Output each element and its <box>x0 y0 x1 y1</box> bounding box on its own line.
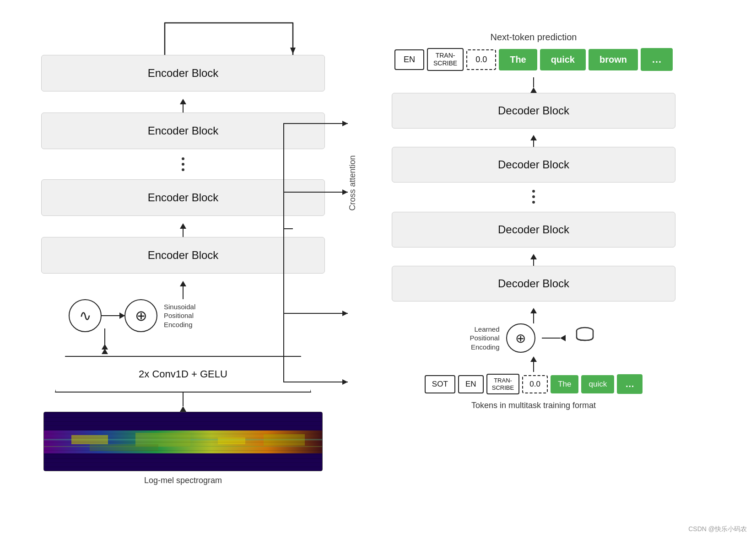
arrowhead <box>180 406 186 412</box>
watermark: CSDN @快乐小码农 <box>688 525 747 533</box>
encoder-side: Encoder Block Encoder Block Encoder Bloc… <box>27 18 339 485</box>
token-sot: SOT <box>425 375 455 393</box>
token-dots-top: … <box>641 48 673 71</box>
arrowhead <box>180 99 186 104</box>
v-line <box>183 104 184 113</box>
arrow-spec-to-conv <box>180 393 186 412</box>
pos-enc-row: ∿ ⊕ SinusoidalPositionalEncoding <box>41 299 325 332</box>
arrowhead <box>530 87 537 93</box>
spectrogram <box>43 412 323 471</box>
svg-rect-0 <box>44 412 323 471</box>
arrowhead <box>530 356 537 362</box>
token-row-top: EN TRAN-SCRIBE 0.0 The quick brown … <box>394 48 673 71</box>
decoder-side: Next-token prediction EN TRAN-SCRIBE 0.0… <box>339 18 729 410</box>
svg-rect-1 <box>44 430 323 453</box>
svg-rect-7 <box>264 434 305 446</box>
token-the-bot: The <box>551 375 578 393</box>
token-row-bottom: SOT EN TRAN-SCRIBE 0.0 The quick … <box>425 374 643 394</box>
arrowhead <box>180 223 186 229</box>
v-line <box>183 286 184 299</box>
database-icon <box>572 324 598 352</box>
encoder-block-3: Encoder Block <box>41 179 325 216</box>
conv-wrapper: 2x Conv1D + GELU <box>41 356 325 393</box>
v-line <box>533 259 534 266</box>
arrow-db-to-plus <box>542 335 566 341</box>
svg-rect-5 <box>135 433 190 447</box>
plus-circle-encoder: ⊕ <box>124 299 157 332</box>
tokens-bottom-label: Tokens in multitask training format <box>471 401 596 410</box>
token-dots-bot: … <box>617 374 643 394</box>
decoder-block-3: Decoder Block <box>392 212 675 247</box>
learned-enc-row: LearnedPositionalEncoding ⊕ <box>470 323 597 353</box>
next-token-label: Next-token prediction <box>491 32 577 43</box>
arrowhead <box>180 281 186 286</box>
encoder-block-4: Encoder Block <box>41 237 325 274</box>
arrowhead <box>530 308 537 313</box>
v-line <box>183 393 184 406</box>
token-transcribe-bot: TRAN-SCRIBE <box>486 374 519 394</box>
arrow-enc4-posenc <box>180 281 186 299</box>
v-line <box>533 77 534 87</box>
arrow-dec4-dec3 <box>530 254 537 266</box>
svg-rect-6 <box>218 437 245 444</box>
arrow-enc1-enc2 <box>180 99 186 113</box>
token-en-top: EN <box>394 49 424 70</box>
arrow-posenc-dec4 <box>530 308 537 323</box>
arrowhead <box>530 135 537 140</box>
arrow-enc3-enc4 <box>180 223 186 237</box>
arrowhead <box>102 344 108 350</box>
svg-rect-8 <box>90 444 158 451</box>
arrow-sine-to-plus <box>102 315 124 316</box>
arrowhead <box>530 254 537 259</box>
token-brown-top: brown <box>589 49 638 70</box>
token-00-top: 0.0 <box>466 49 496 70</box>
token-quick-bot: quick <box>581 375 614 393</box>
v-line <box>533 140 534 147</box>
decoder-block-2: Decoder Block <box>392 147 675 183</box>
token-transcribe-top: TRAN-SCRIBE <box>427 48 464 71</box>
v-line <box>183 229 184 237</box>
svg-rect-4 <box>71 435 108 444</box>
encoder-block-2: Encoder Block <box>41 113 325 149</box>
token-en-bot: EN <box>458 375 484 393</box>
sine-circle: ∿ <box>69 299 102 332</box>
cross-attention-label: Cross attention <box>348 155 357 210</box>
v-line <box>533 362 534 372</box>
arrowhead <box>560 335 566 341</box>
learned-enc-label: LearnedPositionalEncoding <box>470 325 499 352</box>
arrow-bottokens-to-plus <box>530 356 537 372</box>
spectrogram-label: Log-mel spectrogram <box>144 476 222 485</box>
arrow-dec2-dec1 <box>530 135 537 147</box>
v-line <box>533 313 534 323</box>
encoder-block-1: Encoder Block <box>41 55 325 91</box>
token-00-bot: 0.0 <box>522 375 548 393</box>
plus-circle-decoder: ⊕ <box>506 323 535 353</box>
sinusoidal-label: SinusoidalPositionalEncoding <box>164 302 195 329</box>
encoder-dots <box>182 156 184 172</box>
h-line <box>542 338 560 339</box>
conv-block: 2x Conv1D + GELU <box>55 356 311 393</box>
decoder-dots <box>532 189 535 204</box>
arrow-dec1-to-output <box>530 77 537 93</box>
token-the-top: The <box>499 49 537 70</box>
decoder-block-4: Decoder Block <box>392 266 675 301</box>
token-quick-top: quick <box>540 49 586 70</box>
decoder-block-1: Decoder Block <box>392 93 675 129</box>
